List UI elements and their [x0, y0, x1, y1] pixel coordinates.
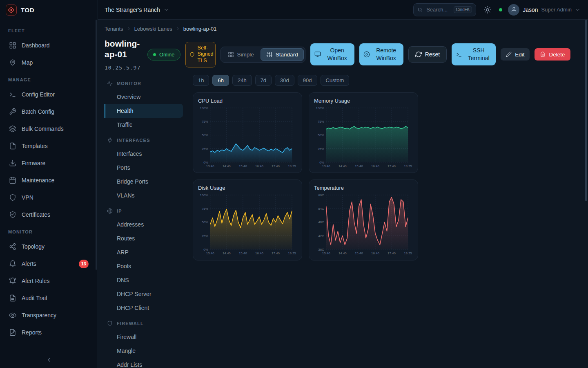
shield-icon [107, 321, 113, 326]
download-icon [9, 159, 16, 167]
device-ip: 10.25.5.97 [105, 65, 142, 71]
sidebar-item-label: Audit Trail [22, 295, 47, 301]
device-nav-section-label: FIREWALL [117, 321, 144, 326]
svg-text:17:40: 17:40 [388, 251, 396, 255]
time-range-7d[interactable]: 7d [255, 75, 272, 86]
status-badge: Online [147, 49, 180, 61]
svg-text:100%: 100% [200, 106, 208, 110]
device-nav-item-dns[interactable]: DNS [105, 273, 183, 287]
device-nav-item-firewall[interactable]: Firewall [105, 330, 183, 344]
connection-status-dot [499, 8, 502, 11]
delete-button[interactable]: Delete [535, 48, 570, 61]
sidebar-item-bulk-commands[interactable]: Bulk Commands [5, 120, 93, 137]
sidebar-item-label: Alerts [22, 260, 36, 267]
search-input[interactable]: Search... Cmd+K [413, 3, 476, 16]
remote-winbox-button[interactable]: Remote WinBox [359, 43, 403, 65]
sidebar-item-certificates[interactable]: Certificates [5, 206, 93, 223]
sidebar-item-reports[interactable]: Reports [5, 324, 93, 341]
svg-text:13:40: 13:40 [206, 164, 214, 168]
time-range-30d[interactable]: 30d [275, 75, 294, 86]
sidebar-item-label: Templates [22, 143, 48, 149]
breadcrumb-item-lebowski-lanes[interactable]: Lebowski Lanes [134, 26, 172, 32]
sidebar-item-templates[interactable]: Templates [5, 137, 93, 155]
chart-card-memory-usage: Memory Usage0%25%50%75%100%13:4014:4015:… [309, 92, 418, 173]
device-nav-item-addresses[interactable]: Addresses [105, 218, 183, 231]
sidebar-item-label: Alert Rules [22, 278, 49, 284]
sidebar-item-vpn[interactable]: VPN [5, 189, 93, 206]
sidebar-item-alerts[interactable]: Alerts13 [5, 255, 93, 272]
device-nav-item-dhcp-client[interactable]: DHCP Client [105, 301, 183, 315]
sidebar-item-label: Config Editor [22, 91, 55, 98]
time-range-1h[interactable]: 1h [193, 75, 209, 86]
calendar-icon [9, 177, 16, 184]
pencil-icon [506, 52, 512, 57]
device-nav-item-bridge-ports[interactable]: Bridge Ports [105, 175, 183, 188]
theme-toggle-button[interactable] [482, 4, 493, 16]
ssh-terminal-button[interactable]: SSH Terminal [452, 43, 496, 65]
file-text-icon [9, 294, 16, 302]
sidebar-item-map[interactable]: Map [5, 54, 93, 71]
reset-button[interactable]: Reset [408, 46, 447, 63]
open-winbox-button[interactable]: Open WinBox [310, 43, 354, 65]
sidebar-item-audit-trail[interactable]: Audit Trail [5, 289, 93, 307]
sidebar-item-transparency[interactable]: Transparency [5, 307, 93, 324]
chart-card-disk-usage: Disk Usage0%25%50%75%100%13:4014:4015:40… [193, 180, 302, 260]
sidebar-item-firmware[interactable]: Firmware [5, 155, 93, 172]
svg-text:54C: 54C [318, 207, 324, 211]
chart-title: CPU Load [198, 98, 297, 104]
tenant-selector[interactable]: The Stranger's Ranch [105, 7, 169, 13]
device-nav-item-overview[interactable]: Overview [105, 90, 183, 104]
device-nav-item-dhcp-server[interactable]: DHCP Server [105, 287, 183, 301]
sidebar-item-batch-config[interactable]: Batch Config [5, 103, 93, 120]
view-mode-toggle: SimpleStandard [220, 47, 305, 63]
device-nav-item-addr-lists[interactable]: Addr Lists [105, 358, 183, 368]
svg-text:75%: 75% [202, 120, 208, 123]
sidebar-item-topology[interactable]: Topology [5, 238, 93, 255]
alerts-count-badge: 13 [79, 260, 89, 268]
page-scrollbar[interactable] [585, 20, 587, 201]
device-nav-item-ports[interactable]: Ports [105, 161, 183, 175]
sidebar-scrollbar[interactable] [96, 20, 97, 270]
time-range-custom[interactable]: Custom [321, 75, 350, 86]
terminal-icon [9, 91, 16, 98]
device-nav-section-interfaces: INTERFACES [105, 132, 183, 147]
sidebar-item-dashboard[interactable]: Dashboard [5, 37, 93, 54]
svg-text:36C: 36C [318, 248, 324, 251]
chart-card-temperature: Temperature36C42C48C54C60C13:4014:4015:4… [309, 180, 418, 260]
globe-icon [107, 208, 113, 214]
device-nav-item-vlans[interactable]: VLANs [105, 188, 183, 202]
edit-button[interactable]: Edit [501, 48, 530, 61]
device-nav-item-traffic[interactable]: Traffic [105, 118, 183, 132]
status-label: Online [159, 52, 175, 58]
device-nav-section-ip: IP [105, 202, 183, 218]
device-nav-item-interfaces[interactable]: Interfaces [105, 147, 183, 161]
sidebar-item-alert-rules[interactable]: Alert Rules [5, 272, 93, 289]
svg-text:50%: 50% [318, 133, 324, 137]
device-nav-item-routes[interactable]: Routes [105, 231, 183, 245]
app-name: TOD [21, 7, 34, 13]
shield-icon [9, 194, 16, 201]
device-nav-item-arp[interactable]: ARP [105, 245, 183, 259]
topbar-right: Search... Cmd+K Jason Super Admin [413, 3, 581, 16]
device-nav-section-label: MONITOR [117, 81, 141, 86]
breadcrumb: TenantsLebowski Lanesbowling-ap-01 [105, 26, 578, 32]
sidebar-item-maintenance[interactable]: Maintenance [5, 172, 93, 189]
device-nav-item-pools[interactable]: Pools [105, 259, 183, 273]
chevron-down-icon [575, 7, 581, 13]
app-logo[interactable]: TOD [0, 0, 98, 20]
device-nav-item-health[interactable]: Health [105, 104, 183, 118]
device-nav-item-mangle[interactable]: Mangle [105, 344, 183, 358]
sidebar-collapse-button[interactable] [0, 351, 98, 368]
breadcrumb-item-tenants[interactable]: Tenants [105, 26, 123, 32]
user-menu[interactable]: Jason Super Admin [508, 4, 581, 16]
view-mode-simple[interactable]: Simple [222, 48, 260, 61]
chart-plot: 0%25%50%75%100%13:4014:4015:4016:4017:40… [198, 105, 297, 171]
view-mode-standard[interactable]: Standard [261, 48, 304, 61]
time-range-24h[interactable]: 24h [232, 75, 252, 86]
sidebar-item-label: Topology [22, 243, 45, 250]
sidebar-item-config-editor[interactable]: Config Editor [5, 86, 93, 103]
tls-warning-badge: Self-Signed TLS [185, 42, 216, 67]
time-range-90d[interactable]: 90d [298, 75, 317, 86]
time-range-6h[interactable]: 6h [212, 75, 229, 86]
file-icon [9, 142, 16, 150]
